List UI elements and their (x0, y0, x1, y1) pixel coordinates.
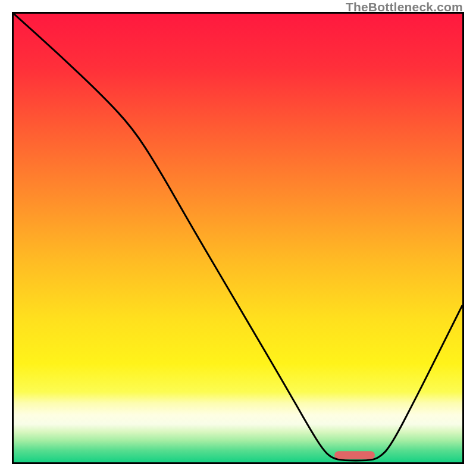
plot-area (12, 12, 464, 464)
chart-frame: TheBottleneck.com (0, 0, 476, 476)
bottleneck-curve (14, 14, 462, 462)
